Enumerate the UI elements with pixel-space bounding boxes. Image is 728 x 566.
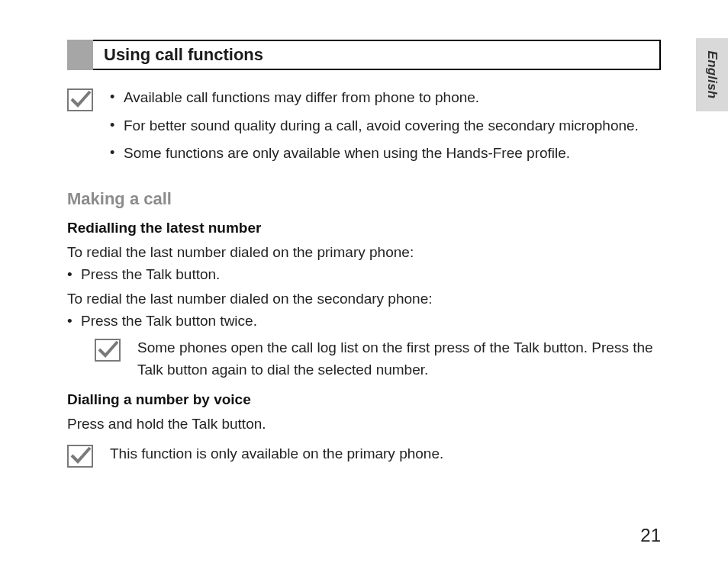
topic-title: Redialling the latest number: [67, 220, 661, 236]
section-heading-bar: Using call functions: [67, 40, 661, 70]
step-list: Press the Talk button twice.: [67, 313, 661, 330]
heading-frame: Using call functions: [93, 40, 661, 70]
note-block: Some phones open the call log list on th…: [95, 337, 661, 381]
paragraph: To redial the last number dialed on the …: [67, 241, 661, 263]
language-tab-label: English: [704, 51, 720, 99]
checkmark-box-icon: [67, 88, 93, 111]
topic-title: Dialling a number by voice: [67, 391, 661, 408]
subsection-title: Making a call: [67, 189, 661, 209]
language-tab: English: [696, 38, 728, 111]
note-item: Available call functions may differ from…: [110, 87, 661, 109]
note-block: This function is only available on the p…: [67, 443, 661, 468]
checkmark-box-icon: [95, 339, 121, 362]
note-item: For better sound quality during a call, …: [110, 115, 661, 137]
paragraph: Press and hold the Talk button.: [67, 413, 661, 435]
manual-page: English Using call functions Available c…: [0, 0, 728, 566]
note-content: Available call functions may differ from…: [110, 87, 661, 171]
step-item: Press the Talk button.: [67, 266, 661, 283]
note-list: Available call functions may differ from…: [110, 87, 661, 165]
note-text: This function is only available on the p…: [110, 443, 661, 465]
heading-title: Using call functions: [104, 45, 263, 65]
heading-accent-block: [67, 40, 93, 70]
paragraph: To redial the last number dialed on the …: [67, 288, 661, 310]
note-block: Available call functions may differ from…: [67, 87, 661, 171]
checkmark-box-icon: [67, 445, 93, 468]
note-item: Some functions are only available when u…: [110, 143, 661, 165]
step-list: Press the Talk button.: [67, 266, 661, 283]
page-number: 21: [640, 525, 661, 546]
note-text: Some phones open the call log list on th…: [137, 337, 661, 381]
step-item: Press the Talk button twice.: [67, 313, 661, 330]
